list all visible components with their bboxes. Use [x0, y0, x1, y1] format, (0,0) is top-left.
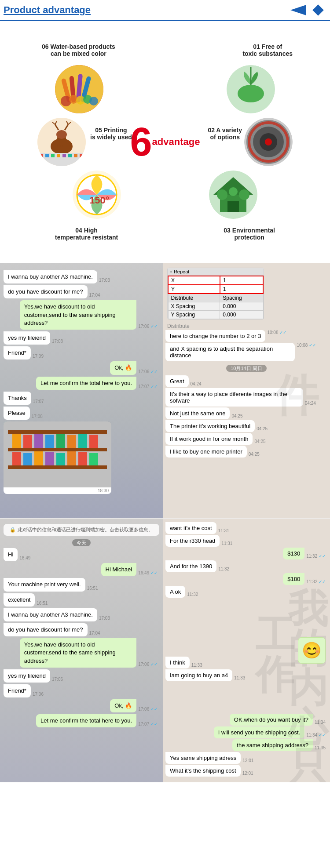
svg-rect-1	[312, 4, 323, 15]
chat-msg: If it work good in for one month 04:25	[165, 433, 327, 445]
adv-06-circle	[55, 65, 103, 113]
svg-marker-0	[290, 5, 306, 15]
adv-03-circle	[209, 171, 257, 219]
bubble: Let me confirm the total here to you.	[36, 377, 136, 390]
svg-rect-33	[74, 154, 77, 157]
bubble: I think	[165, 657, 190, 668]
chat-msg: do you have discount for me? 17:04	[4, 285, 159, 298]
date-separator-2: 今天	[0, 539, 163, 546]
bubble: A ok	[165, 586, 185, 598]
adv-04-label: 04 Hightemperature resistant	[55, 227, 118, 241]
bubble: Your machine print very well.	[4, 578, 85, 591]
chat-panel-left-2: 🔒 此对话中的信息和通话已进行端到端加密。点击获取更多信息。 今天 Hi 16:…	[0, 519, 163, 782]
bubble: Ok, 🔥	[110, 699, 136, 712]
svg-point-19	[56, 130, 67, 139]
svg-point-16	[51, 138, 73, 154]
svg-rect-65	[34, 434, 43, 448]
svg-text:150°: 150°	[89, 195, 110, 206]
chat-msg: excellent 16:51	[4, 593, 159, 607]
advantage-diagram: 06 Water-based productscan be mixed colo…	[29, 30, 301, 254]
dialog-table: X1 Y1 Distribute Spacing X Spacing0.000 …	[168, 276, 264, 319]
chat-msg: Yes same shipping adress 12:01	[165, 752, 327, 764]
svg-rect-67	[56, 434, 65, 448]
chat-msg: And for the 1390 11:32	[165, 560, 327, 572]
chat-msg: Let me confirm the total here to you. 17…	[4, 714, 159, 727]
bubble: I wanna buy another A3 machine.	[4, 608, 97, 621]
svg-rect-60	[67, 451, 76, 465]
bubble: If it work good in for one month	[165, 433, 253, 445]
svg-rect-61	[78, 452, 87, 465]
advantage-section: 06 Water-based productscan be mixed colo…	[0, 21, 330, 263]
chat-msg: Please 17:08	[4, 407, 159, 420]
product-shelf-image	[4, 421, 111, 487]
svg-point-50	[229, 187, 238, 196]
adv-01-label: 01 Free oftoxic substances	[242, 43, 293, 57]
svg-rect-27	[40, 154, 43, 157]
date-separator: 10月14日 周日	[165, 365, 327, 372]
svg-rect-26	[37, 153, 86, 166]
spacer	[165, 599, 327, 656]
svg-rect-56	[23, 453, 32, 465]
bubble: want it's the cost	[165, 522, 216, 534]
bubble: $130	[283, 548, 304, 559]
bubble: $180	[283, 573, 304, 585]
svg-point-48	[217, 189, 227, 200]
svg-rect-47	[227, 201, 239, 212]
svg-rect-34	[80, 154, 83, 157]
bubble: do you have discount for me?	[4, 623, 88, 636]
bubble: the same shipping address?	[232, 739, 313, 751]
bubble: Yes,we have discount to old customer,sen…	[20, 300, 137, 330]
bubble: Iam going to buy an a4	[165, 669, 232, 681]
page-header: Product advantage	[0, 0, 330, 21]
advantage-center: 6 advantage	[130, 122, 200, 162]
chat-panel-left-1: I wanna buy another A3 machine. 17:03 do…	[0, 263, 163, 518]
svg-rect-69	[78, 434, 87, 448]
bubble: I like to buy one more printer	[165, 446, 247, 458]
bubble: Please	[4, 407, 30, 420]
adv-02-circle	[244, 118, 293, 166]
sender-label: Distribute__	[167, 323, 327, 329]
svg-point-39	[265, 138, 272, 145]
chat-msg: do you have discount for me? 17:04	[4, 623, 159, 636]
svg-rect-58	[45, 452, 54, 465]
bubble: Ok, 🔥	[110, 361, 136, 374]
chat-msg: Hi Michael 16:49 ✓✓	[4, 563, 159, 576]
chat-msg: Yes,we have discount to old customer,sen…	[4, 638, 159, 668]
chat-msg: yes my fileiend 17:06	[4, 669, 159, 683]
chat-msg: yes my fileiend 17:08	[4, 331, 159, 345]
svg-rect-28	[45, 154, 49, 157]
chat-msg: What it's the shipping cost 12:01	[165, 765, 327, 777]
chat-msg: A ok 11:32	[165, 586, 327, 598]
chat-msg: the same shipping address? 11:35	[165, 739, 327, 751]
chat-msg: Yes,we have discount to old customer,sen…	[4, 300, 159, 330]
bubble: Yes,we have discount to old customer,sen…	[20, 638, 137, 668]
bubble: Friend*	[4, 346, 31, 360]
chat-watermark-section: 件 Great 04:24	[165, 375, 327, 387]
bubble: For the r330 head	[165, 535, 220, 547]
chat-msg: Thanks 17:07	[4, 392, 159, 405]
bubble: Hi Michael	[101, 563, 137, 576]
svg-rect-59	[56, 453, 65, 465]
chat-msg: Ok, 🔥 17:06 ✓✓	[4, 361, 159, 374]
bubble: Great	[165, 375, 189, 387]
chat-msg: 18:30	[4, 421, 159, 494]
dialog-title-bar: ▪ Repeat	[168, 268, 264, 276]
svg-rect-68	[67, 435, 76, 448]
repeat-dialog-container: ▪ Repeat X1 Y1 Distribute Spacing X Spac…	[165, 268, 327, 320]
adv-05-circle	[37, 118, 86, 166]
chat-msg: Not just the same one 04:25	[165, 407, 327, 419]
chat-msg: I think 11:33	[165, 657, 327, 668]
svg-rect-52	[8, 465, 107, 469]
chat-msg: Hi 16:49	[4, 548, 159, 561]
repeat-dialog: ▪ Repeat X1 Y1 Distribute Spacing X Spac…	[167, 268, 264, 320]
chat-msg: Friend* 17:09	[4, 346, 159, 360]
chat-msg: Iam going to buy an a4 11:33	[165, 669, 327, 681]
svg-rect-62	[89, 453, 98, 465]
bubble: Friend*	[4, 684, 31, 697]
chat-panel-right-2: 我的内心只有一 工作 😊 want it's the cost 11:31 Fo…	[163, 519, 330, 782]
svg-rect-54	[8, 430, 107, 434]
bubble: It's their a way to place diferente imag…	[165, 388, 303, 407]
bubble: yes my fileiend	[4, 669, 50, 683]
chat-msg: I like to buy one more printer 04:25	[165, 446, 327, 458]
svg-point-49	[239, 189, 249, 200]
